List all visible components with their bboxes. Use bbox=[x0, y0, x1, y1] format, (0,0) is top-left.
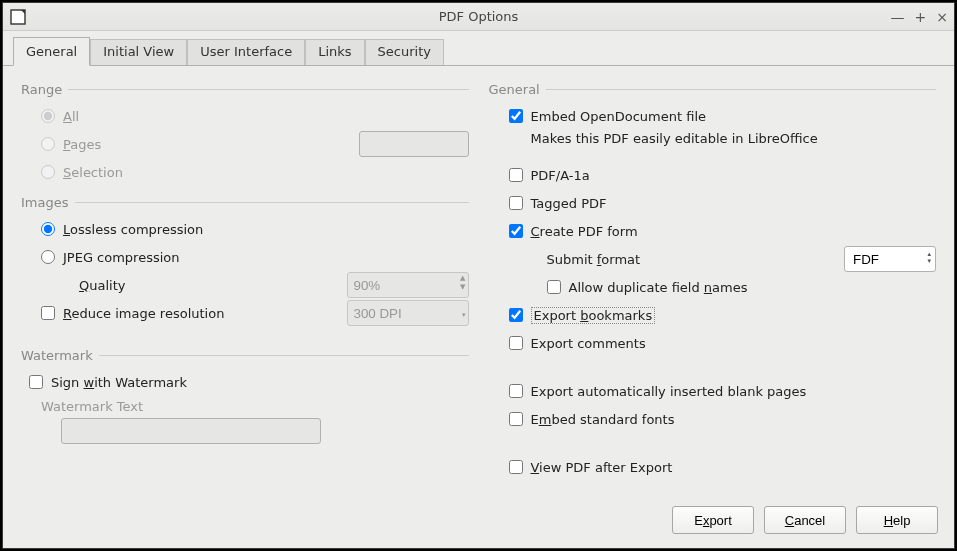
minimize-icon[interactable]: — bbox=[891, 10, 905, 24]
svg-rect-0 bbox=[11, 10, 25, 24]
general-right-group-label: General bbox=[489, 82, 937, 97]
tab-bar: General Initial View User Interface Link… bbox=[3, 31, 954, 66]
range-selection-radio[interactable] bbox=[41, 165, 55, 179]
range-all-label: All bbox=[63, 109, 79, 124]
view-after-export-checkbox[interactable] bbox=[509, 460, 523, 474]
left-column: Range All Pages Selection bbox=[21, 82, 469, 488]
app-icon bbox=[9, 8, 27, 26]
export-comments-checkbox[interactable] bbox=[509, 336, 523, 350]
embed-odf-label: Embed OpenDocument file bbox=[531, 109, 707, 124]
watermark-text-label: Watermark Text bbox=[41, 399, 469, 414]
range-all-radio[interactable] bbox=[41, 109, 55, 123]
create-pdf-form-label: Create PDF form bbox=[531, 224, 638, 239]
lossless-radio[interactable] bbox=[41, 222, 55, 236]
tab-links[interactable]: Links bbox=[305, 39, 364, 65]
reduce-resolution-label: Reduce image resolution bbox=[63, 306, 224, 321]
right-column: General Embed OpenDocument file Makes th… bbox=[489, 82, 937, 488]
sign-watermark-label: Sign with Watermark bbox=[51, 375, 187, 390]
embed-odf-desc: Makes this PDF easily editable in LibreO… bbox=[531, 131, 937, 146]
range-group-label: Range bbox=[21, 82, 469, 97]
tagged-pdf-checkbox[interactable] bbox=[509, 196, 523, 210]
dialog-window: PDF Options — + × General Initial View U… bbox=[2, 2, 955, 549]
export-comments-label: Export comments bbox=[531, 336, 646, 351]
create-pdf-form-checkbox[interactable] bbox=[509, 224, 523, 238]
allow-duplicate-names-label: Allow duplicate field names bbox=[569, 280, 748, 295]
submit-format-combo[interactable] bbox=[844, 246, 936, 272]
reduce-resolution-checkbox[interactable] bbox=[41, 306, 55, 320]
window-title: PDF Options bbox=[3, 9, 954, 24]
maximize-icon[interactable]: + bbox=[915, 10, 927, 24]
jpeg-label: JPEG compression bbox=[63, 250, 180, 265]
watermark-group-label: Watermark bbox=[21, 348, 469, 363]
embed-fonts-checkbox[interactable] bbox=[509, 412, 523, 426]
tab-general[interactable]: General bbox=[13, 37, 90, 66]
export-bookmarks-label: Export bookmarks bbox=[531, 307, 656, 324]
dpi-combo[interactable] bbox=[347, 300, 469, 326]
view-after-export-label: View PDF after Export bbox=[531, 460, 673, 475]
export-bookmarks-checkbox[interactable] bbox=[509, 308, 523, 322]
quality-label: Quality bbox=[79, 278, 125, 293]
cancel-button[interactable]: Cancel bbox=[764, 506, 846, 534]
pdfa-checkbox[interactable] bbox=[509, 168, 523, 182]
jpeg-radio[interactable] bbox=[41, 250, 55, 264]
tab-initial-view[interactable]: Initial View bbox=[90, 39, 187, 65]
submit-format-label: Submit format bbox=[547, 252, 641, 267]
close-icon[interactable]: × bbox=[936, 10, 948, 24]
range-selection-label: Selection bbox=[63, 165, 123, 180]
allow-duplicate-names-checkbox[interactable] bbox=[547, 280, 561, 294]
export-blank-pages-label: Export automatically inserted blank page… bbox=[531, 384, 807, 399]
titlebar: PDF Options — + × bbox=[3, 3, 954, 31]
spinner-arrows-icon: ▲▼ bbox=[460, 274, 465, 292]
lossless-label: Lossless compression bbox=[63, 222, 203, 237]
images-group-label: Images bbox=[21, 195, 469, 210]
range-pages-input[interactable] bbox=[359, 131, 469, 157]
watermark-text-input[interactable] bbox=[61, 418, 321, 444]
export-button[interactable]: Export bbox=[672, 506, 754, 534]
tab-security[interactable]: Security bbox=[365, 39, 444, 65]
dialog-footer: Export Cancel Help bbox=[3, 496, 954, 548]
sign-watermark-checkbox[interactable] bbox=[29, 375, 43, 389]
tab-user-interface[interactable]: User Interface bbox=[187, 39, 305, 65]
pdfa-label: PDF/A-1a bbox=[531, 168, 590, 183]
range-pages-radio[interactable] bbox=[41, 137, 55, 151]
range-pages-label: Pages bbox=[63, 137, 101, 152]
embed-fonts-label: Embed standard fonts bbox=[531, 412, 675, 427]
quality-spinner[interactable] bbox=[347, 272, 469, 298]
export-blank-pages-checkbox[interactable] bbox=[509, 384, 523, 398]
embed-odf-checkbox[interactable] bbox=[509, 109, 523, 123]
help-button[interactable]: Help bbox=[856, 506, 938, 534]
combo-arrow-icon: ▾ bbox=[462, 302, 466, 320]
tagged-pdf-label: Tagged PDF bbox=[531, 196, 607, 211]
